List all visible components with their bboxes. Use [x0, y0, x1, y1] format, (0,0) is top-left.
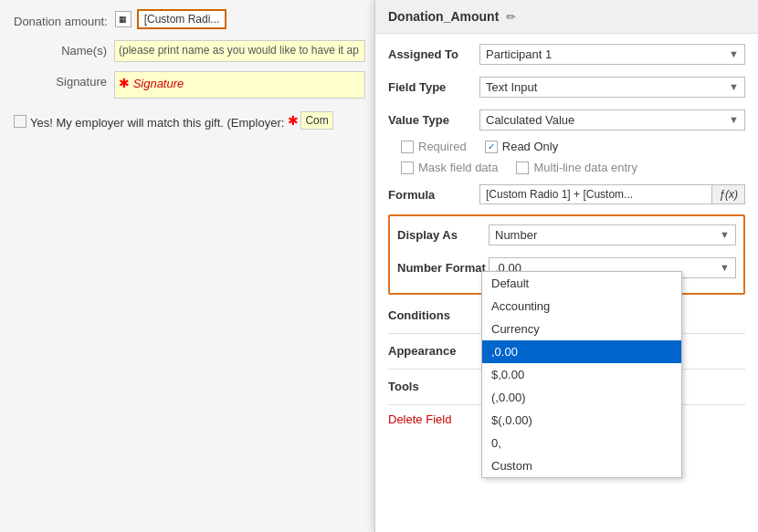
value-type-select[interactable]: Calculated Value ▼: [479, 110, 745, 130]
number-format-arrow: ▼: [720, 262, 730, 273]
assigned-to-select[interactable]: Participant 1 ▼: [479, 44, 745, 65]
names-row: Name(s) (please print name as you would …: [14, 40, 365, 62]
dropdown-item[interactable]: ,0.00: [482, 340, 681, 363]
conditions-label: Conditions: [388, 308, 479, 322]
employer-row: Yes! My employer will match this gift. (…: [14, 111, 365, 130]
field-type-row: Field Type Text Input ▼: [388, 74, 745, 99]
display-as-select[interactable]: Number ▼: [489, 224, 736, 245]
dropdown-item[interactable]: Custom: [482, 454, 681, 477]
number-format-label: Number Format: [397, 261, 489, 275]
required-label: Required: [418, 140, 467, 153]
donation-row: Donation amount: ▦ [Custom Radi...: [14, 9, 365, 29]
signature-label: Signature: [14, 71, 114, 89]
value-type-label: Value Type: [388, 113, 479, 127]
mask-field-label: Mask field data: [418, 161, 498, 174]
names-label: Name(s): [14, 40, 114, 57]
dropdown-item[interactable]: $,0.00: [482, 363, 681, 386]
required-checkbox-item[interactable]: Required: [401, 140, 467, 153]
donation-label: Donation amount:: [14, 11, 115, 28]
checkbox-row-2: Mask field data Multi-line data entry: [388, 161, 745, 174]
signature-value: Signature: [133, 77, 184, 90]
assigned-to-value: Participant 1: [486, 47, 552, 61]
number-format-dropdown: DefaultAccountingCurrency,0.00$,0.00(,0.…: [481, 271, 682, 478]
formula-value[interactable]: [Custom Radio 1] + [Custom...: [479, 184, 712, 204]
assigned-to-arrow: ▼: [729, 48, 739, 59]
yes-text: Yes! My employer will match this gift. (…: [30, 116, 284, 130]
display-as-row: Display As Number ▼: [397, 222, 736, 247]
orange-section: Display As Number ▼ Number Format ,0.00 …: [388, 214, 745, 295]
dropdown-item[interactable]: 0,: [482, 432, 681, 454]
form-area: Donation amount: ▦ [Custom Radi... Name(…: [0, 0, 379, 532]
read-only-checkbox[interactable]: ✓: [485, 141, 498, 153]
read-only-label: Read Only: [502, 140, 558, 153]
edit-icon[interactable]: ✏: [506, 10, 516, 24]
tools-label: Tools: [388, 380, 479, 393]
required-star: ✱: [119, 76, 130, 90]
checkbox-row-1: Required ✓ Read Only: [388, 140, 745, 153]
employer-field[interactable]: Com: [300, 111, 332, 130]
required-checkbox[interactable]: [401, 141, 414, 153]
mask-field-checkbox[interactable]: [401, 162, 414, 174]
value-type-value: Calculated Value: [486, 113, 574, 127]
assigned-to-row: Assigned To Participant 1 ▼: [388, 41, 745, 67]
display-as-label: Display As: [397, 228, 489, 242]
panel-body: Assigned To Participant 1 ▼ Field Type T…: [375, 34, 758, 441]
dropdown-item[interactable]: Default: [482, 272, 681, 295]
formula-label: Formula: [388, 188, 479, 202]
field-type-arrow: ▼: [729, 81, 739, 92]
field-type-label: Field Type: [388, 80, 479, 94]
panel-header: Donation_Amount ✏: [375, 0, 758, 34]
multiline-label: Multi-line data entry: [533, 161, 637, 174]
multiline-checkbox[interactable]: [516, 162, 529, 174]
appearance-label: Appearance: [388, 344, 479, 358]
signature-field[interactable]: ✱ Signature: [114, 71, 365, 99]
employer-required-star: ✱: [288, 113, 299, 128]
multiline-checkbox-item[interactable]: Multi-line data entry: [516, 161, 637, 174]
field-type-value: Text Input: [486, 80, 537, 94]
dropdown-item[interactable]: Currency: [482, 318, 681, 340]
names-field[interactable]: (please print name as you would like to …: [114, 40, 365, 62]
read-only-checkbox-item[interactable]: ✓ Read Only: [485, 140, 558, 153]
dropdown-item[interactable]: $(,0.00): [482, 409, 681, 432]
formula-row: Formula [Custom Radio 1] + [Custom... ƒ(…: [388, 182, 745, 207]
assigned-to-label: Assigned To: [388, 47, 479, 61]
dropdown-item[interactable]: (,0.00): [482, 386, 681, 409]
field-type-select[interactable]: Text Input ▼: [479, 77, 745, 98]
right-panel: Donation_Amount ✏ Assigned To Participan…: [374, 0, 758, 532]
dropdown-item[interactable]: Accounting: [482, 295, 681, 318]
signature-row: Signature ✱ Signature: [14, 71, 365, 99]
value-type-row: Value Type Calculated Value ▼: [388, 107, 745, 132]
mask-field-checkbox-item[interactable]: Mask field data: [401, 161, 498, 174]
donation-field[interactable]: [Custom Radi...: [137, 9, 227, 29]
names-placeholder: (please print name as you would like to …: [119, 44, 359, 57]
panel-title: Donation_Amount: [388, 9, 499, 24]
fx-button[interactable]: ƒ(x): [712, 184, 745, 204]
display-as-arrow: ▼: [720, 229, 730, 240]
display-as-value: Number: [495, 228, 537, 242]
value-type-arrow: ▼: [729, 114, 739, 125]
